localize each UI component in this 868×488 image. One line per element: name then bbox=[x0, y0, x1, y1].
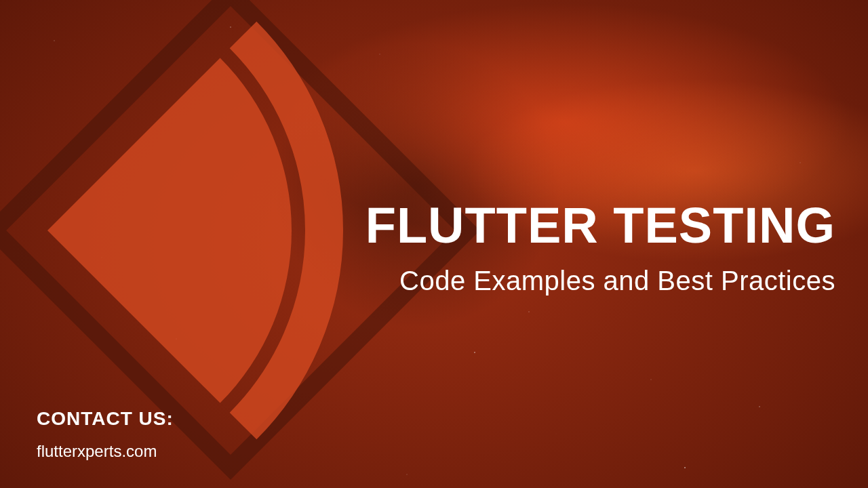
contact-website: flutterxperts.com bbox=[37, 442, 157, 461]
subheadline: Code Examples and Best Practices bbox=[399, 266, 835, 296]
promo-card: FLUTTER TESTING Code Examples and Best P… bbox=[0, 0, 868, 488]
headline: FLUTTER TESTING bbox=[366, 197, 835, 254]
contact-label: CONTACT US: bbox=[37, 408, 174, 430]
